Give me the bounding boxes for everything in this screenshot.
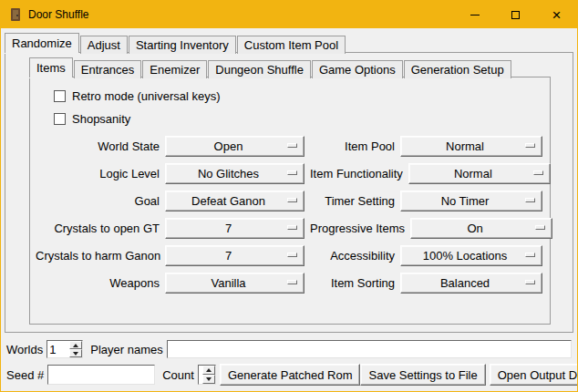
arrow-up-icon — [206, 368, 212, 372]
shopsanity-label: Shopsanity — [72, 112, 130, 126]
dropdown-indicator-icon — [525, 143, 535, 148]
count-spin-down-button[interactable] — [202, 375, 215, 384]
retro-mode-label: Retro mode (universal keys) — [72, 89, 221, 103]
arrow-up-icon — [73, 344, 78, 347]
sub-tab-bar: Items Entrances Enemizer Dungeon Shuffle… — [29, 55, 551, 77]
minimize-icon — [470, 15, 480, 15]
timer-setting-dropdown[interactable]: No Timer — [400, 191, 542, 211]
window-title: Door Shuffle — [28, 8, 89, 21]
minimize-button[interactable] — [454, 1, 495, 28]
goal-label: Goal — [36, 194, 160, 208]
shopsanity-row: Shopsanity — [36, 108, 542, 130]
world-state-label: World State — [36, 139, 160, 153]
items-panel: Retro mode (universal keys) Shopsanity W… — [29, 77, 551, 325]
dropdown-indicator-icon — [287, 143, 297, 148]
timer-setting-label: Timer Setting — [310, 194, 395, 208]
maximize-icon — [511, 11, 520, 19]
crystals-ganon-label: Crystals to harm Ganon — [36, 249, 160, 263]
item-pool-dropdown[interactable]: Normal — [400, 136, 542, 157]
seed-input[interactable] — [47, 365, 155, 385]
count-spin-up-button[interactable] — [202, 366, 215, 375]
close-button[interactable]: × — [536, 1, 577, 28]
seed-row: Seed # Count Generate Patched Rom Save S… — [6, 364, 572, 386]
option-row: Goal Defeat Ganon Timer Setting No Timer — [36, 187, 542, 214]
item-sorting-dropdown[interactable]: Balanced — [400, 273, 542, 294]
crystals-gt-label: Crystals to open GT — [36, 222, 160, 235]
tab-items[interactable]: Items — [29, 57, 73, 77]
retro-mode-row: Retro mode (universal keys) — [36, 85, 542, 108]
crystals-gt-dropdown[interactable]: 7 — [165, 218, 304, 239]
tab-dungeon-shuffle[interactable]: Dungeon Shuffle — [208, 60, 311, 78]
bottom-bar: Worlds Player names Seed # Count — [1, 333, 577, 391]
app-icon — [8, 7, 23, 22]
titlebar: Door Shuffle × — [1, 1, 577, 28]
dropdown-indicator-icon — [287, 253, 297, 257]
worlds-spinner — [46, 340, 83, 358]
tab-adjust[interactable]: Adjust — [80, 36, 128, 54]
accessibility-dropdown[interactable]: 100% Locations — [400, 245, 542, 266]
weapons-label: Weapons — [36, 276, 160, 290]
dropdown-indicator-icon — [287, 198, 297, 202]
option-row: World State Open Item Pool Normal — [36, 132, 542, 160]
arrow-down-icon — [73, 352, 78, 356]
shopsanity-checkbox[interactable] — [54, 113, 66, 125]
progressive-items-dropdown[interactable]: On — [410, 218, 552, 239]
option-row: Weapons Vanilla Item Sorting Balanced — [36, 269, 542, 296]
dropdown-indicator-icon — [525, 280, 535, 284]
item-functionality-dropdown[interactable]: Normal — [408, 163, 551, 184]
close-icon: × — [552, 7, 562, 23]
generate-patched-rom-button[interactable]: Generate Patched Rom — [220, 364, 361, 386]
main-tab-bar: Randomize Adjust Starting Inventory Cust… — [1, 28, 577, 52]
dropdown-indicator-icon — [287, 280, 297, 284]
maximize-button[interactable] — [495, 1, 536, 28]
tab-generation-setup[interactable]: Generation Setup — [404, 60, 511, 78]
dropdown-indicator-icon — [533, 170, 543, 175]
item-functionality-label: Item Functionality — [310, 167, 403, 181]
option-row: Crystals to harm Ganon 7 Accessibility 1… — [36, 242, 542, 269]
logic-level-label: Logic Level — [36, 167, 160, 181]
item-sorting-label: Item Sorting — [310, 276, 395, 290]
count-label: Count — [162, 368, 194, 382]
randomize-panel: Items Entrances Enemizer Dungeon Shuffle… — [5, 52, 573, 333]
tab-starting-inventory[interactable]: Starting Inventory — [129, 36, 236, 54]
player-names-label: Player names — [90, 343, 162, 356]
item-pool-label: Item Pool — [310, 139, 395, 153]
world-state-dropdown[interactable]: Open — [165, 136, 304, 157]
retro-mode-checkbox[interactable] — [54, 90, 66, 102]
worlds-spin-up-button[interactable] — [69, 341, 82, 349]
tab-game-options[interactable]: Game Options — [312, 60, 403, 78]
save-settings-button[interactable]: Save Settings to File — [360, 364, 485, 386]
dropdown-indicator-icon — [535, 225, 545, 230]
window-controls: × — [454, 1, 577, 28]
crystals-ganon-dropdown[interactable]: 7 — [165, 245, 304, 266]
tab-enemizer[interactable]: Enemizer — [142, 60, 207, 78]
player-names-input[interactable] — [167, 340, 572, 358]
seed-label: Seed # — [6, 368, 44, 382]
arrow-down-icon — [206, 377, 212, 381]
logic-level-dropdown[interactable]: No Glitches — [165, 163, 304, 184]
worlds-input[interactable] — [47, 341, 69, 357]
dropdown-indicator-icon — [287, 225, 297, 230]
worlds-row: Worlds Player names — [6, 340, 572, 358]
options-grid: World State Open Item Pool Normal Logic … — [36, 132, 542, 296]
goal-dropdown[interactable]: Defeat Ganon — [165, 191, 304, 211]
accessibility-label: Accessibility — [310, 249, 395, 263]
count-spinner — [198, 365, 216, 385]
tab-randomize[interactable]: Randomize — [5, 33, 79, 53]
tab-custom-item-pool[interactable]: Custom Item Pool — [237, 36, 346, 54]
weapons-dropdown[interactable]: Vanilla — [165, 273, 304, 294]
dropdown-indicator-icon — [525, 198, 535, 202]
dropdown-indicator-icon — [287, 170, 297, 175]
progressive-items-label: Progressive Items — [310, 222, 405, 235]
worlds-spin-down-button[interactable] — [69, 349, 82, 357]
option-row: Logic Level No Glitches Item Functionali… — [36, 160, 542, 187]
tab-entrances[interactable]: Entrances — [74, 60, 142, 78]
app-window: Door Shuffle × Randomize Adjust Starting… — [0, 0, 578, 392]
option-row: Crystals to open GT 7 Progressive Items … — [36, 214, 542, 242]
dropdown-indicator-icon — [525, 253, 535, 257]
open-output-directory-button[interactable]: Open Output Directory — [490, 364, 578, 386]
worlds-label: Worlds — [6, 343, 43, 356]
